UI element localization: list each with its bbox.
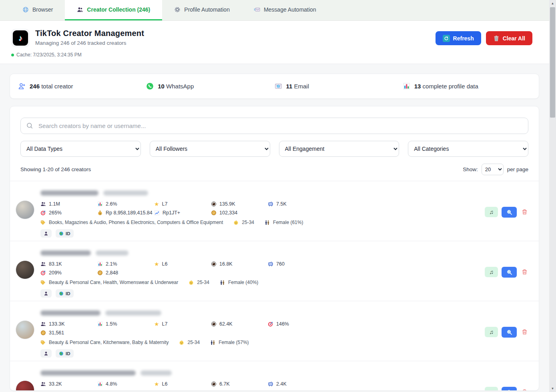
refresh-button[interactable]: Refresh xyxy=(436,31,481,45)
inspect-button[interactable] xyxy=(502,327,517,338)
search-input[interactable] xyxy=(20,118,528,134)
tab-bar: BrowserCreator Collection (246)Profile A… xyxy=(0,0,549,21)
delete-button[interactable] xyxy=(520,388,528,391)
stat-views: 6.7K xyxy=(211,381,268,387)
filter-select-data-types[interactable]: All Data Types xyxy=(20,141,141,157)
clear-all-button[interactable]: Clear All xyxy=(486,31,532,45)
music-button[interactable]: ♫ xyxy=(485,387,498,391)
person-add-icon xyxy=(18,82,26,90)
stat-value: L6 xyxy=(162,381,168,387)
engagement-icon xyxy=(97,321,103,327)
avatar[interactable] xyxy=(16,200,34,219)
delete-button[interactable] xyxy=(520,208,528,216)
trash-icon xyxy=(493,35,500,42)
music-button[interactable]: ♫ xyxy=(485,267,498,277)
stat-value: 209% xyxy=(49,270,62,276)
summary-stat-value: 10 xyxy=(158,83,165,90)
stats-grid: 83.1K2.1%★L616.8K760209%2,848 xyxy=(40,261,481,276)
filter-select-engagement[interactable]: All Engagement xyxy=(279,141,399,157)
inspect-button[interactable] xyxy=(502,267,517,278)
category-tag-icon xyxy=(40,220,46,225)
avatar[interactable] xyxy=(16,380,34,391)
avatar-column xyxy=(16,310,40,354)
mail-in-icon xyxy=(254,6,260,13)
coins-icon xyxy=(211,210,217,216)
tab-message-automation[interactable]: Message Automation xyxy=(242,0,328,20)
svg-text:$: $ xyxy=(99,212,100,215)
per-page-label: per page xyxy=(507,166,528,172)
stat-value: L7 xyxy=(162,201,168,207)
creator-row: 83.1K2.1%★L616.8K760209%2,848Beauty & Pe… xyxy=(10,241,539,301)
inspect-button[interactable] xyxy=(502,387,517,391)
category-text: Beauty & Personal Care, Health, Womenswe… xyxy=(49,280,178,285)
category-line: Beauty & Personal Care, Kitchenware, Bab… xyxy=(40,340,481,345)
vertical-scrollbar[interactable]: ▲ ▼ xyxy=(549,0,556,392)
magnifier-icon xyxy=(506,389,512,391)
stat-coins: 102,334 xyxy=(211,210,268,216)
delete-button[interactable] xyxy=(520,268,528,276)
stat-followers: 1.1M xyxy=(40,201,97,207)
age-baby-icon xyxy=(233,220,239,225)
stat-level: ★L7 xyxy=(154,201,211,207)
people-icon xyxy=(77,6,83,13)
stat-level: ★L6 xyxy=(154,261,211,267)
creator-row: 133.3K1.5%★L762.4K146%31,561Beauty & Per… xyxy=(10,301,539,361)
whatsapp-icon xyxy=(146,82,154,90)
views-icon xyxy=(211,261,217,267)
avatar[interactable] xyxy=(16,320,34,339)
avatar[interactable] xyxy=(16,260,34,279)
age-baby-icon xyxy=(189,280,194,285)
page-subtitle: Managing 246 of 246 tracked creators xyxy=(35,40,144,46)
creator-name-redacted xyxy=(40,190,98,196)
tab-browser[interactable]: Browser xyxy=(10,0,65,20)
stat-value: 2,848 xyxy=(106,270,118,276)
creator-main: 1.1M2.6%★L7135.9K7.5K265%$Rp 8,958,189,4… xyxy=(40,190,481,234)
summary-stat-value: 11 xyxy=(286,83,293,90)
stat-views: 135.9K xyxy=(211,201,268,207)
stat-value: 33.2K xyxy=(49,381,62,387)
summary-stat-email: @11 Email xyxy=(275,82,403,90)
region-badge: ID xyxy=(56,349,74,358)
scrollbar-thumb[interactable] xyxy=(550,7,555,118)
scrollbar-down-arrow[interactable]: ▼ xyxy=(549,385,556,392)
music-button[interactable]: ♫ xyxy=(485,327,498,337)
page-title: TikTok Creator Management xyxy=(35,29,144,38)
stat-followers: 33.2K xyxy=(40,381,97,387)
creator-name-redacted xyxy=(40,370,136,376)
tab-creator-collection[interactable]: Creator Collection (246) xyxy=(65,0,162,20)
target-icon xyxy=(40,210,46,216)
category-line: Beauty & Personal Care, Health, Womenswe… xyxy=(40,280,481,285)
tab-label: Message Automation xyxy=(264,6,316,13)
stat-value: 31,561 xyxy=(49,330,64,336)
stat-trend: Rp1JT+ xyxy=(154,210,211,216)
avatar-column xyxy=(16,370,40,391)
name-line xyxy=(40,310,481,316)
music-button[interactable]: ♫ xyxy=(485,207,498,217)
inspect-button[interactable] xyxy=(502,207,517,218)
views-icon xyxy=(211,201,217,207)
tiktok-logo: ♪ xyxy=(11,29,30,47)
scrollbar-up-arrow[interactable]: ▲ xyxy=(549,0,556,7)
per-page-select[interactable]: 20 xyxy=(482,164,504,175)
stat-level: ★L6 xyxy=(154,381,211,387)
creator-username-redacted xyxy=(105,310,161,316)
show-label: Show: xyxy=(463,166,478,172)
category-text: Beauty & Personal Care, Kitchenware, Bab… xyxy=(49,340,169,345)
age-range: 25-34 xyxy=(187,340,200,345)
delete-button[interactable] xyxy=(520,328,528,336)
money-icon: $ xyxy=(97,210,103,216)
filter-select-categories[interactable]: All Categories xyxy=(408,141,528,157)
stat-value: Rp1JT+ xyxy=(163,210,180,216)
person-badge xyxy=(40,289,52,298)
region-badge: ID xyxy=(56,289,74,298)
stat-engagement: 2.1% xyxy=(97,261,154,267)
tab-label: Profile Automation xyxy=(184,6,230,13)
tab-profile-automation[interactable]: Profile Automation xyxy=(162,0,242,20)
summary-stat-label: total creator xyxy=(41,83,73,90)
badge-line: ID xyxy=(40,289,481,298)
filter-select-followers[interactable]: All Followers xyxy=(150,141,270,157)
globe-icon xyxy=(59,291,64,296)
magnifier-icon xyxy=(506,209,512,215)
creator-username-redacted xyxy=(103,190,148,196)
stat-value: 265% xyxy=(49,210,62,216)
